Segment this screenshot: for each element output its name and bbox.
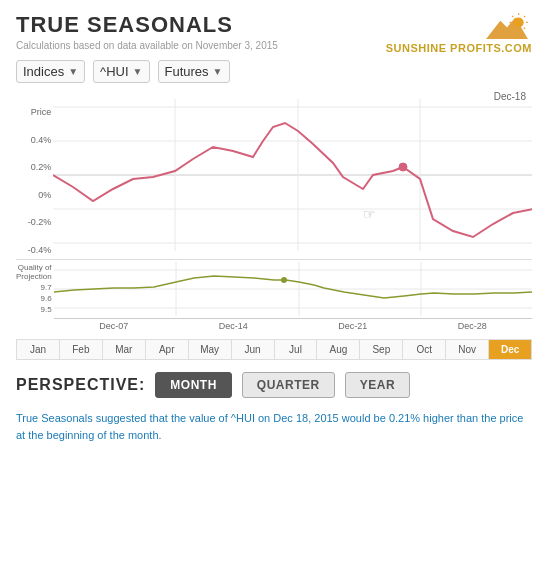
perspective-label: PERSPECTIVE: bbox=[16, 376, 145, 394]
y-tick-1: 0.4% bbox=[16, 135, 51, 145]
y-tick-4: -0.2% bbox=[16, 217, 51, 227]
month-tab-dec[interactable]: Dec bbox=[489, 340, 531, 359]
quality-label: Quality ofProjection bbox=[16, 264, 52, 282]
indices-dropdown-arrow: ▼ bbox=[68, 66, 78, 77]
x-axis: Dec-07 Dec-14 Dec-21 Dec-28 bbox=[54, 318, 532, 333]
svg-line-8 bbox=[524, 28, 525, 29]
page-container: TRUE SEASONALS Calculations based on dat… bbox=[0, 0, 548, 455]
header: TRUE SEASONALS Calculations based on dat… bbox=[16, 12, 532, 54]
month-tab-jan[interactable]: Jan bbox=[17, 340, 60, 359]
futures-dropdown-arrow: ▼ bbox=[213, 66, 223, 77]
svg-line-9 bbox=[524, 16, 525, 17]
page-title: TRUE SEASONALS bbox=[16, 12, 278, 38]
month-tab-oct[interactable]: Oct bbox=[403, 340, 446, 359]
svg-point-26 bbox=[281, 277, 287, 283]
x-tick-dec21: Dec-21 bbox=[293, 319, 413, 333]
quality-chart-wrapper: Quality ofProjection 9.7 9.6 9.5 bbox=[16, 259, 532, 318]
x-tick-dec07: Dec-07 bbox=[54, 319, 174, 333]
quality-chart-svg bbox=[54, 260, 532, 318]
hui-dropdown-arrow: ▼ bbox=[133, 66, 143, 77]
perspective-year-button[interactable]: YEAR bbox=[345, 372, 410, 398]
price-label: Price bbox=[16, 107, 51, 117]
indices-dropdown[interactable]: Indices ▼ bbox=[16, 60, 85, 83]
x-tick-dec28: Dec-28 bbox=[413, 319, 533, 333]
hui-label: ^HUI bbox=[100, 64, 129, 79]
hui-dropdown[interactable]: ^HUI ▼ bbox=[93, 60, 149, 83]
y-tick-5: -0.4% bbox=[16, 245, 51, 255]
month-tab-apr[interactable]: Apr bbox=[146, 340, 189, 359]
cursor-icon: ☞ bbox=[363, 206, 376, 222]
info-text: True Seasonals suggested that the value … bbox=[16, 410, 532, 443]
month-tab-aug[interactable]: Aug bbox=[317, 340, 360, 359]
indices-label: Indices bbox=[23, 64, 64, 79]
logo-icon bbox=[482, 12, 532, 42]
controls-row: Indices ▼ ^HUI ▼ Futures ▼ bbox=[16, 60, 532, 83]
month-tabs: Jan Feb Mar Apr May Jun Jul Aug Sep Oct … bbox=[16, 339, 532, 360]
logo: SUNSHINE PROFITS.COM bbox=[386, 12, 532, 54]
month-tab-may[interactable]: May bbox=[189, 340, 232, 359]
svg-line-7 bbox=[512, 16, 513, 17]
quality-y1: 9.7 bbox=[16, 283, 52, 292]
month-tab-jul[interactable]: Jul bbox=[275, 340, 318, 359]
main-chart-wrapper: Dec-18 Price 0.4% 0.2% 0% -0.2% -0.4% bbox=[16, 89, 532, 259]
title-block: TRUE SEASONALS Calculations based on dat… bbox=[16, 12, 278, 51]
quality-y2: 9.6 bbox=[16, 294, 52, 303]
futures-label: Futures bbox=[165, 64, 209, 79]
svg-point-19 bbox=[399, 163, 407, 171]
main-chart-svg: ☞ bbox=[53, 89, 532, 259]
x-tick-dec14: Dec-14 bbox=[174, 319, 294, 333]
month-tab-jun[interactable]: Jun bbox=[232, 340, 275, 359]
svg-point-2 bbox=[514, 17, 524, 27]
month-tab-sep[interactable]: Sep bbox=[360, 340, 403, 359]
perspective-quarter-button[interactable]: QUARTER bbox=[242, 372, 335, 398]
perspective-month-button[interactable]: MONTH bbox=[155, 372, 232, 398]
perspective-row: PERSPECTIVE: MONTH QUARTER YEAR bbox=[16, 372, 532, 398]
chart-date-label: Dec-18 bbox=[494, 91, 526, 102]
month-tab-mar[interactable]: Mar bbox=[103, 340, 146, 359]
month-tab-feb[interactable]: Feb bbox=[60, 340, 103, 359]
y-tick-2: 0.2% bbox=[16, 162, 51, 172]
logo-text: SUNSHINE PROFITS.COM bbox=[386, 42, 532, 54]
subtitle: Calculations based on data available on … bbox=[16, 40, 278, 51]
futures-dropdown[interactable]: Futures ▼ bbox=[158, 60, 230, 83]
svg-line-10 bbox=[512, 28, 513, 29]
quality-y-axis: Quality ofProjection 9.7 9.6 9.5 bbox=[16, 260, 54, 318]
y-tick-3: 0% bbox=[16, 190, 51, 200]
month-tab-nov[interactable]: Nov bbox=[446, 340, 489, 359]
quality-y3: 9.5 bbox=[16, 305, 52, 314]
y-axis: Price 0.4% 0.2% 0% -0.2% -0.4% bbox=[16, 89, 53, 259]
